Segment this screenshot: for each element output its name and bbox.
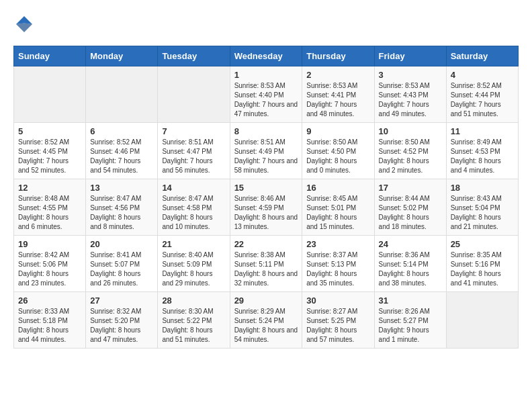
day-number: 23 (306, 239, 369, 249)
day-number: 20 (90, 239, 153, 249)
day-number: 11 (451, 126, 514, 136)
day-info: Sunrise: 8:49 AM Sunset: 4:53 PM Dayligh… (451, 138, 514, 175)
day-number: 1 (234, 70, 298, 80)
day-number: 22 (234, 239, 298, 249)
calendar-day-cell: 24Sunrise: 8:36 AM Sunset: 5:14 PM Dayli… (374, 236, 446, 292)
calendar-week-row: 19Sunrise: 8:42 AM Sunset: 5:06 PM Dayli… (14, 236, 519, 292)
day-number: 21 (162, 239, 225, 249)
calendar-day-cell: 23Sunrise: 8:37 AM Sunset: 5:13 PM Dayli… (302, 236, 374, 292)
day-info: Sunrise: 8:52 AM Sunset: 4:44 PM Dayligh… (451, 81, 514, 119)
calendar-day-cell: 5Sunrise: 8:52 AM Sunset: 4:45 PM Daylig… (14, 123, 86, 179)
calendar-day-cell (14, 66, 86, 123)
day-number: 13 (90, 183, 153, 193)
day-info: Sunrise: 8:43 AM Sunset: 5:04 PM Dayligh… (451, 194, 514, 232)
day-number: 10 (379, 126, 442, 136)
day-info: Sunrise: 8:52 AM Sunset: 4:45 PM Dayligh… (18, 138, 81, 175)
calendar-day-cell: 30Sunrise: 8:27 AM Sunset: 5:25 PM Dayli… (302, 292, 374, 349)
day-number: 7 (162, 126, 225, 136)
day-info: Sunrise: 8:26 AM Sunset: 5:27 PM Dayligh… (379, 307, 442, 345)
day-info: Sunrise: 8:30 AM Sunset: 5:22 PM Dayligh… (162, 307, 225, 345)
day-number: 29 (234, 295, 298, 306)
weekday-header-wednesday: Wednesday (230, 46, 302, 66)
logo-icon (13, 13, 35, 35)
day-number: 16 (306, 183, 369, 193)
day-info: Sunrise: 8:35 AM Sunset: 5:16 PM Dayligh… (451, 250, 514, 288)
day-number: 4 (451, 70, 514, 80)
calendar-week-row: 26Sunrise: 8:33 AM Sunset: 5:18 PM Dayli… (14, 292, 519, 349)
calendar-day-cell: 19Sunrise: 8:42 AM Sunset: 5:06 PM Dayli… (14, 236, 86, 292)
page-header (13, 13, 519, 35)
weekday-header-thursday: Thursday (302, 46, 374, 66)
day-info: Sunrise: 8:48 AM Sunset: 4:55 PM Dayligh… (18, 194, 81, 232)
calendar-day-cell: 7Sunrise: 8:51 AM Sunset: 4:47 PM Daylig… (158, 123, 230, 179)
calendar-day-cell: 1Sunrise: 8:53 AM Sunset: 4:40 PM Daylig… (230, 66, 302, 123)
day-info: Sunrise: 8:40 AM Sunset: 5:09 PM Dayligh… (162, 250, 225, 288)
weekday-header-tuesday: Tuesday (158, 46, 230, 66)
day-info: Sunrise: 8:38 AM Sunset: 5:11 PM Dayligh… (234, 250, 298, 288)
calendar-day-cell: 3Sunrise: 8:53 AM Sunset: 4:43 PM Daylig… (374, 66, 446, 123)
day-info: Sunrise: 8:37 AM Sunset: 5:13 PM Dayligh… (306, 250, 369, 288)
calendar-day-cell: 16Sunrise: 8:45 AM Sunset: 5:01 PM Dayli… (302, 179, 374, 236)
day-info: Sunrise: 8:50 AM Sunset: 4:52 PM Dayligh… (379, 138, 442, 175)
calendar-day-cell: 18Sunrise: 8:43 AM Sunset: 5:04 PM Dayli… (446, 179, 518, 236)
calendar-day-cell: 6Sunrise: 8:52 AM Sunset: 4:46 PM Daylig… (86, 123, 158, 179)
calendar-day-cell: 8Sunrise: 8:51 AM Sunset: 4:49 PM Daylig… (230, 123, 302, 179)
calendar-day-cell: 17Sunrise: 8:44 AM Sunset: 5:02 PM Dayli… (374, 179, 446, 236)
day-info: Sunrise: 8:47 AM Sunset: 4:58 PM Dayligh… (162, 194, 225, 232)
calendar-day-cell: 14Sunrise: 8:47 AM Sunset: 4:58 PM Dayli… (158, 179, 230, 236)
calendar-day-cell: 11Sunrise: 8:49 AM Sunset: 4:53 PM Dayli… (446, 123, 518, 179)
calendar-day-cell: 9Sunrise: 8:50 AM Sunset: 4:50 PM Daylig… (302, 123, 374, 179)
day-number: 14 (162, 183, 225, 193)
day-number: 5 (18, 126, 81, 136)
day-number: 15 (234, 183, 298, 193)
calendar-day-cell: 22Sunrise: 8:38 AM Sunset: 5:11 PM Dayli… (230, 236, 302, 292)
calendar-week-row: 5Sunrise: 8:52 AM Sunset: 4:45 PM Daylig… (14, 123, 519, 179)
calendar-day-cell: 21Sunrise: 8:40 AM Sunset: 5:09 PM Dayli… (158, 236, 230, 292)
day-info: Sunrise: 8:50 AM Sunset: 4:50 PM Dayligh… (306, 138, 369, 175)
calendar-day-cell: 12Sunrise: 8:48 AM Sunset: 4:55 PM Dayli… (14, 179, 86, 236)
calendar-day-cell (158, 66, 230, 123)
calendar-day-cell (86, 66, 158, 123)
calendar-day-cell: 10Sunrise: 8:50 AM Sunset: 4:52 PM Dayli… (374, 123, 446, 179)
day-number: 27 (90, 295, 153, 306)
calendar-week-row: 1Sunrise: 8:53 AM Sunset: 4:40 PM Daylig… (14, 66, 519, 123)
day-info: Sunrise: 8:51 AM Sunset: 4:49 PM Dayligh… (234, 138, 298, 175)
day-info: Sunrise: 8:27 AM Sunset: 5:25 PM Dayligh… (306, 307, 369, 345)
day-number: 31 (379, 295, 442, 306)
calendar-day-cell: 15Sunrise: 8:46 AM Sunset: 4:59 PM Dayli… (230, 179, 302, 236)
weekday-header-sunday: Sunday (14, 46, 86, 66)
calendar-table: SundayMondayTuesdayWednesdayThursdayFrid… (13, 46, 519, 349)
day-info: Sunrise: 8:51 AM Sunset: 4:47 PM Dayligh… (162, 138, 225, 175)
day-info: Sunrise: 8:29 AM Sunset: 5:24 PM Dayligh… (234, 307, 298, 345)
calendar-day-cell: 26Sunrise: 8:33 AM Sunset: 5:18 PM Dayli… (14, 292, 86, 349)
day-number: 30 (306, 295, 369, 306)
weekday-header-saturday: Saturday (446, 46, 518, 66)
day-number: 12 (18, 183, 81, 193)
calendar-day-cell: 31Sunrise: 8:26 AM Sunset: 5:27 PM Dayli… (374, 292, 446, 349)
day-number: 2 (306, 70, 369, 80)
calendar-day-cell: 4Sunrise: 8:52 AM Sunset: 4:44 PM Daylig… (446, 66, 518, 123)
day-info: Sunrise: 8:53 AM Sunset: 4:43 PM Dayligh… (379, 81, 442, 119)
svg-marker-0 (16, 16, 32, 24)
day-info: Sunrise: 8:41 AM Sunset: 5:07 PM Dayligh… (90, 250, 153, 288)
day-number: 28 (162, 295, 225, 306)
day-info: Sunrise: 8:52 AM Sunset: 4:46 PM Dayligh… (90, 138, 153, 175)
day-info: Sunrise: 8:33 AM Sunset: 5:18 PM Dayligh… (18, 307, 81, 345)
calendar-day-cell: 28Sunrise: 8:30 AM Sunset: 5:22 PM Dayli… (158, 292, 230, 349)
day-number: 8 (234, 126, 298, 136)
logo (13, 13, 38, 35)
day-info: Sunrise: 8:45 AM Sunset: 5:01 PM Dayligh… (306, 194, 369, 232)
day-info: Sunrise: 8:47 AM Sunset: 4:56 PM Dayligh… (90, 194, 153, 232)
day-number: 9 (306, 126, 369, 136)
calendar-day-cell: 13Sunrise: 8:47 AM Sunset: 4:56 PM Dayli… (86, 179, 158, 236)
calendar-day-cell: 20Sunrise: 8:41 AM Sunset: 5:07 PM Dayli… (86, 236, 158, 292)
weekday-header-monday: Monday (86, 46, 158, 66)
calendar-day-cell (446, 292, 518, 349)
day-number: 18 (451, 183, 514, 193)
calendar-day-cell: 27Sunrise: 8:32 AM Sunset: 5:20 PM Dayli… (86, 292, 158, 349)
svg-marker-1 (16, 23, 32, 32)
calendar-week-row: 12Sunrise: 8:48 AM Sunset: 4:55 PM Dayli… (14, 179, 519, 236)
calendar-day-cell: 2Sunrise: 8:53 AM Sunset: 4:41 PM Daylig… (302, 66, 374, 123)
day-info: Sunrise: 8:53 AM Sunset: 4:41 PM Dayligh… (306, 81, 369, 119)
day-info: Sunrise: 8:42 AM Sunset: 5:06 PM Dayligh… (18, 250, 81, 288)
